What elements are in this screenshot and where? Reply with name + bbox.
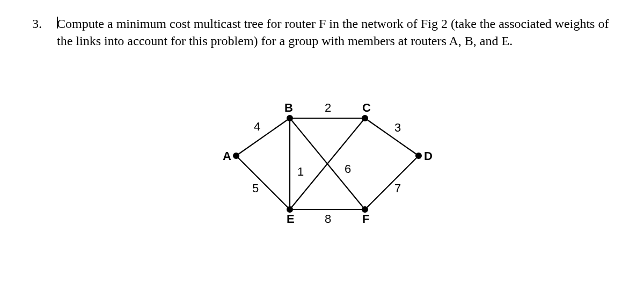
question-text-content: Compute a minimum cost multicast tree fo… xyxy=(57,17,609,48)
weight-a-b: 4 xyxy=(254,120,260,133)
question-number: 3. xyxy=(32,15,54,32)
edge-d-f xyxy=(365,156,419,209)
graph-svg: A B C D E F 4 2 3 5 1 6 7 8 xyxy=(220,102,435,231)
weight-d-f: 7 xyxy=(394,182,401,195)
label-e: E xyxy=(287,212,295,226)
weight-b-c: 2 xyxy=(325,102,331,114)
weight-e-f: 8 xyxy=(325,212,331,226)
label-a: A xyxy=(223,149,231,163)
edge-a-e xyxy=(236,156,290,209)
node-a xyxy=(233,153,239,159)
node-b xyxy=(287,115,293,121)
weight-b-e: 1 xyxy=(297,165,304,178)
node-d xyxy=(415,153,422,159)
question-block: 3. Compute a minimum cost multicast tree… xyxy=(32,15,617,50)
edge-c-d xyxy=(365,118,419,156)
weight-a-e: 5 xyxy=(252,182,259,195)
edge-a-b xyxy=(236,118,290,156)
network-diagram: A B C D E F 4 2 3 5 1 6 7 8 xyxy=(220,102,435,231)
node-c xyxy=(362,115,368,121)
label-c: C xyxy=(362,102,371,114)
weight-c-d: 3 xyxy=(394,121,401,134)
weight-b-f: 6 xyxy=(345,162,351,176)
label-d: D xyxy=(424,149,433,163)
label-f: F xyxy=(362,212,369,226)
label-b: B xyxy=(284,102,293,114)
question-text: Compute a minimum cost multicast tree fo… xyxy=(57,15,610,50)
page: 3. Compute a minimum cost multicast tree… xyxy=(0,0,644,297)
